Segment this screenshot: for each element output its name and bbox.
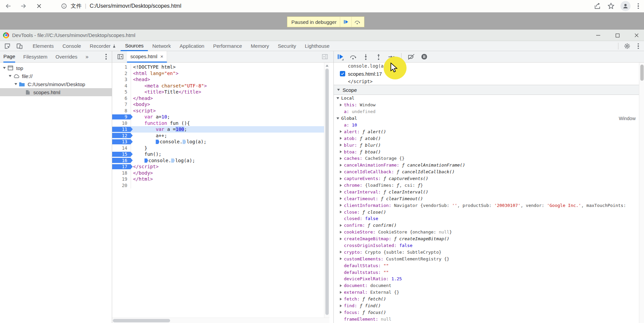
breakpoint-tag[interactable]: 9: [112, 114, 131, 120]
scope-row[interactable]: this: Window: [334, 102, 639, 108]
scope-row[interactable]: fetch: ƒ fetch(): [334, 296, 639, 302]
pause-on-exceptions-icon[interactable]: [420, 53, 428, 61]
address-bar-url[interactable]: C:/Users/mimovr/Desktop/scopes.html: [90, 3, 181, 9]
line-number[interactable]: 6: [112, 95, 131, 102]
scope-row[interactable]: focus: ƒ focus(): [334, 309, 639, 316]
line-number[interactable]: 19: [112, 176, 131, 182]
line-number[interactable]: 18: [112, 170, 131, 176]
bookmark-star-icon[interactable]: [607, 2, 615, 10]
line-number[interactable]: 2: [112, 70, 131, 77]
scope-row[interactable]: blur: ƒ blur(): [334, 142, 639, 148]
scope-row[interactable]: createImageBitmap: ƒ createImageBitmap(): [334, 236, 639, 242]
scope-row[interactable]: cookieStore: CookieStore {onchange: null…: [334, 229, 639, 236]
scope-row[interactable]: cancelAnimationFrame: ƒ cancelAnimationF…: [334, 162, 639, 169]
line-number[interactable]: 3: [112, 76, 131, 83]
inline-breakpoint-icon[interactable]: [144, 158, 148, 163]
scope-row[interactable]: cancelIdleCallback: ƒ cancelIdleCallback…: [334, 169, 639, 175]
scope-row[interactable]: frameElement: null: [334, 316, 639, 322]
device-toolbar-icon[interactable]: [15, 42, 24, 50]
tree-item-scopes-html[interactable]: scopes.html: [0, 88, 112, 96]
breakpoint-tag[interactable]: 13: [112, 139, 131, 145]
inline-breakpoint-icon[interactable]: [183, 140, 186, 144]
forward-icon[interactable]: [20, 2, 28, 10]
inline-breakpoint-icon[interactable]: [171, 158, 175, 163]
tree-item-c-users-mimovr-desktop[interactable]: C:/Users/mimovr/Desktop: [0, 80, 112, 88]
scope-row[interactable]: a: undefined: [334, 108, 639, 115]
sidebar-tab-filesystem[interactable]: Filesystem: [23, 51, 47, 63]
resume-script-icon[interactable]: [336, 53, 344, 61]
file-tab-scopes-html[interactable]: scopes.html ×: [127, 51, 167, 63]
tab-application[interactable]: Application: [175, 41, 208, 51]
scope-row[interactable]: clientInformation: Navigator {vendorSub:…: [334, 202, 639, 209]
code-area[interactable]: 1<!DOCTYPE html>2<html lang="en">3<head>…: [112, 64, 324, 188]
tab-sources[interactable]: Sources: [121, 41, 148, 51]
line-number[interactable]: 14: [112, 145, 131, 151]
editor-vertical-scrollbar[interactable]: [324, 63, 329, 318]
sidebar-scrollbar[interactable]: [639, 63, 644, 323]
step-over-icon[interactable]: [349, 53, 357, 61]
scope-section-global[interactable]: GlobalWindow: [334, 115, 639, 122]
settings-gear-icon[interactable]: [623, 42, 631, 50]
scope-row[interactable]: crossOriginIsolated: false: [334, 242, 639, 249]
tab-security[interactable]: Security: [273, 41, 300, 51]
deactivate-breakpoints-icon[interactable]: [408, 53, 415, 61]
devtools-menu-icon[interactable]: [636, 43, 641, 49]
source-editor[interactable]: 1<!DOCTYPE html>2<html lang="en">3<head>…: [112, 63, 333, 323]
scope-row[interactable]: crypto: Crypto {subtle: SubtleCrypto}: [334, 249, 639, 255]
scroll-up-icon[interactable]: [326, 65, 328, 67]
maximize-icon[interactable]: [614, 32, 621, 39]
scope-row[interactable]: clearTimeout: ƒ clearTimeout(): [334, 195, 639, 202]
step-into-icon[interactable]: [362, 53, 369, 61]
minimize-icon[interactable]: [595, 32, 602, 39]
back-icon[interactable]: [4, 2, 12, 10]
line-number[interactable]: 20: [112, 182, 131, 189]
page-info-icon[interactable]: [60, 2, 68, 10]
more-tabs-chevron[interactable]: »: [86, 54, 89, 60]
scope-row[interactable]: confirm: ƒ confirm(): [334, 222, 639, 229]
scrollbar-thumb[interactable]: [325, 69, 329, 315]
tab-memory[interactable]: Memory: [247, 41, 273, 51]
close-icon[interactable]: [633, 32, 640, 39]
line-number[interactable]: 4: [112, 83, 131, 89]
scope-section-header[interactable]: Scope: [334, 85, 644, 95]
breakpoint-tag[interactable]: 12: [112, 133, 131, 139]
tab-console[interactable]: Console: [58, 41, 86, 51]
line-number[interactable]: 5: [112, 89, 131, 95]
show-debugger-panel-icon[interactable]: [321, 53, 329, 61]
banner-step-over-icon[interactable]: [351, 17, 363, 27]
scope-row[interactable]: defaultstatus: "": [334, 269, 639, 276]
scope-row[interactable]: clearInterval: ƒ clearInterval(): [334, 188, 639, 195]
line-number[interactable]: 7: [112, 101, 131, 108]
scope-row[interactable]: btoa: ƒ btoa(): [334, 148, 639, 155]
breakpoint-entry[interactable]: scopes.html:17: [334, 70, 644, 77]
scope-row[interactable]: close: ƒ close(): [334, 209, 639, 215]
scope-row[interactable]: document: document: [334, 282, 639, 289]
tab-lighthouse[interactable]: Lighthouse: [300, 41, 334, 51]
sidebar-tab-page[interactable]: Page: [3, 51, 15, 63]
line-number[interactable]: 8: [112, 108, 131, 114]
breakpoint-tag[interactable]: 11: [112, 126, 131, 133]
scope-row[interactable]: defaultStatus: "": [334, 262, 639, 269]
close-tab-icon[interactable]: ×: [160, 53, 163, 59]
line-number[interactable]: 1: [112, 64, 131, 70]
line-number[interactable]: 10: [112, 120, 131, 127]
scope-row[interactable]: external: External {}: [334, 289, 639, 296]
scope-row[interactable]: captureEvents: ƒ captureEvents(): [334, 175, 639, 182]
navigator-menu-icon[interactable]: [104, 54, 108, 60]
step-out-icon[interactable]: [375, 53, 382, 61]
scrollbar-thumb[interactable]: [640, 65, 644, 81]
stop-reload-icon[interactable]: [35, 2, 43, 10]
breakpoint-checkbox[interactable]: [340, 71, 345, 76]
tab-recorder[interactable]: Recorder: [86, 41, 121, 51]
scope-row[interactable]: atob: ƒ atob(): [334, 135, 639, 142]
hide-navigator-icon[interactable]: [116, 53, 124, 61]
profile-avatar[interactable]: [620, 1, 631, 11]
tab-performance[interactable]: Performance: [209, 41, 247, 51]
tree-item-file-[interactable]: file://: [0, 72, 112, 80]
scope-row[interactable]: caches: CacheStorage {}: [334, 155, 639, 162]
breakpoint-tag[interactable]: 17: [112, 164, 131, 170]
editor-horizontal-scrollbar[interactable]: [112, 318, 329, 323]
browser-menu-icon[interactable]: [636, 3, 641, 9]
scope-row[interactable]: find: ƒ find(): [334, 302, 639, 309]
scope-row[interactable]: a: 10: [334, 122, 639, 129]
